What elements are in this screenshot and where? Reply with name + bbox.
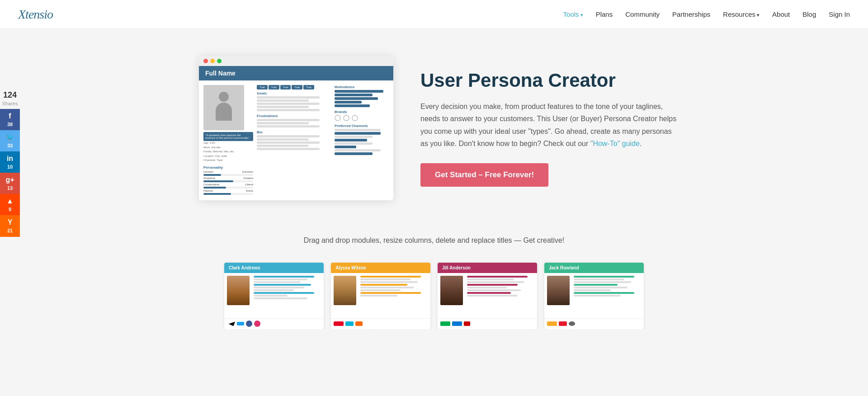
- ycombinator-count: 21: [7, 227, 13, 234]
- channel-bar-1: [335, 132, 381, 135]
- brand-circle-1: [335, 115, 341, 121]
- card-photo-jill: [440, 276, 463, 305]
- nav-about[interactable]: About: [772, 10, 790, 18]
- preview-channels-section: Preferred Channels: [335, 124, 389, 155]
- nav-plans[interactable]: Plans: [596, 10, 613, 18]
- reddit-count: 9: [9, 206, 11, 212]
- avatar-head: [219, 92, 229, 102]
- card-name-jill: Jill Anderson: [442, 265, 471, 270]
- facebook-icon: f: [9, 112, 11, 121]
- linkedin-count: 10: [7, 164, 13, 170]
- card-footer-jack: [544, 318, 644, 329]
- linkedin-share-button[interactable]: in 10: [0, 151, 20, 173]
- trait-3: Trait: [280, 85, 291, 90]
- card-content-clark: [254, 276, 321, 316]
- bio-line-1: [257, 135, 320, 137]
- nav-partnerships[interactable]: Partnerships: [672, 10, 710, 18]
- nav-tools[interactable]: Tools: [563, 10, 583, 18]
- card-header-alyssa: Alyssa Wilson: [331, 263, 430, 273]
- channel-line-2: [335, 136, 373, 138]
- personality-bar-3: [203, 187, 253, 189]
- preview-traits: Trait Trait Trait Trait Trait: [257, 85, 331, 90]
- motivation-bar-3: [335, 97, 378, 100]
- personality-bar-4: [203, 193, 253, 195]
- goals-line-2: [257, 99, 309, 102]
- brand-logo-j1: [440, 321, 450, 326]
- personality-row-3: ConservativeLiberal: [203, 183, 253, 186]
- card-name-clark: Clark Andrews: [229, 265, 260, 270]
- preview-goals-title: Goals: [257, 91, 331, 95]
- nav-resources[interactable]: Resources: [723, 10, 760, 18]
- channel-bar-3: [335, 146, 356, 148]
- preview-frustrations-title: Frustrations: [257, 114, 331, 118]
- preview-info-row: Age: 1/10Work: Job titleFamily: Married,…: [203, 141, 253, 163]
- window-dot-red: [203, 59, 208, 63]
- brand-logo-j2: [452, 321, 462, 326]
- twitter-count: 33: [7, 142, 13, 149]
- motivation-bar-4: [335, 101, 362, 104]
- total-share-count: 124: [3, 90, 17, 100]
- preview-motivations-title: Motivations: [335, 85, 389, 89]
- card-photo-alyssa: [334, 276, 356, 305]
- social-sidebar: 124 Shares f 38 🐦 33 in 10 g+ 13 ▲ 9 Y 2…: [0, 90, 20, 237]
- channel-line-4: [335, 149, 381, 151]
- preview-body: "A quotation that captures the essence o…: [199, 80, 393, 200]
- card-footer-alyssa: [331, 318, 430, 329]
- bio-line-4: [257, 145, 309, 147]
- nav-signin[interactable]: Sign In: [829, 10, 850, 18]
- card-name-jack: Jack Rowland: [549, 265, 579, 270]
- window-dot-yellow: [210, 59, 215, 63]
- linkedin-icon: in: [7, 154, 13, 164]
- persona-card-jill: Jill Anderson: [438, 263, 537, 329]
- preview-quote: "A quotation that captures the essence o…: [203, 132, 253, 141]
- ycombinator-share-button[interactable]: Y 21: [0, 215, 20, 236]
- persona-card-jack: Jack Rowland: [544, 263, 644, 329]
- cta-button[interactable]: Get Started – Free Forever!: [420, 163, 548, 187]
- facebook-share-button[interactable]: f 38: [0, 109, 20, 130]
- preview-mid-col: Trait Trait Trait Trait Trait Goals Frus…: [257, 85, 331, 196]
- nav-blog[interactable]: Blog: [802, 10, 816, 18]
- how-to-guide-link[interactable]: "How-To" guide: [590, 140, 640, 147]
- googleplus-count: 13: [7, 185, 13, 191]
- card-body-alyssa: [331, 273, 430, 318]
- personality-row-2: AnalyticalCreative: [203, 177, 253, 179]
- trait-2: Trait: [269, 85, 279, 90]
- card-body-jill: [438, 273, 537, 318]
- personality-bar-1: [203, 174, 253, 176]
- channel-bar-2: [335, 139, 367, 141]
- goals-line-1: [257, 96, 320, 99]
- goals-line-5: [257, 109, 320, 111]
- shares-label: Shares: [2, 101, 18, 106]
- preview-frustrations: Frustrations: [257, 114, 331, 127]
- personality-row-4: PassiveActive: [203, 189, 253, 192]
- brand-logo-jk2: [559, 321, 567, 326]
- persona-preview-card: Full Name "A quotation that captures the…: [199, 56, 393, 200]
- preview-personality-title: Personality: [203, 165, 253, 170]
- card-body-clark: [224, 273, 324, 318]
- twitter-share-button[interactable]: 🐦 33: [0, 130, 20, 151]
- card-header-jill: Jill Anderson: [438, 263, 537, 273]
- googleplus-share-button[interactable]: g+ 13: [0, 173, 20, 194]
- channel-line-3: [335, 142, 373, 145]
- nav-community[interactable]: Community: [625, 10, 660, 18]
- reddit-share-button[interactable]: ▲ 9: [0, 194, 20, 215]
- ycombinator-icon: Y: [8, 218, 13, 227]
- frust-line-3: [257, 125, 320, 127]
- preview-avatar: [203, 85, 244, 130]
- subtitle-section: Drag and drop modules, resize columns, d…: [0, 227, 868, 258]
- brand-circle-3: [352, 115, 358, 121]
- personality-row-1: IntrovertExtrovert: [203, 170, 253, 173]
- brand-circle-2: [343, 115, 349, 121]
- logo[interactable]: Xtensio: [18, 7, 53, 22]
- hero-text: User Persona Creator Every decision you …: [420, 70, 678, 187]
- card-content-jill: [467, 276, 534, 316]
- trait-1: Trait: [257, 85, 268, 90]
- preview-bio-title: Bio: [257, 130, 331, 134]
- preview-brands-title: Brands: [335, 110, 389, 114]
- gallery-section: Clark Andrews: [0, 258, 868, 329]
- frust-line-1: [257, 119, 320, 121]
- card-footer-jill: [438, 318, 537, 329]
- brand-logo-1: [237, 322, 244, 325]
- card-header-clark: Clark Andrews: [224, 263, 324, 273]
- site-header: Xtensio Tools Plans Community Partnershi…: [0, 0, 868, 29]
